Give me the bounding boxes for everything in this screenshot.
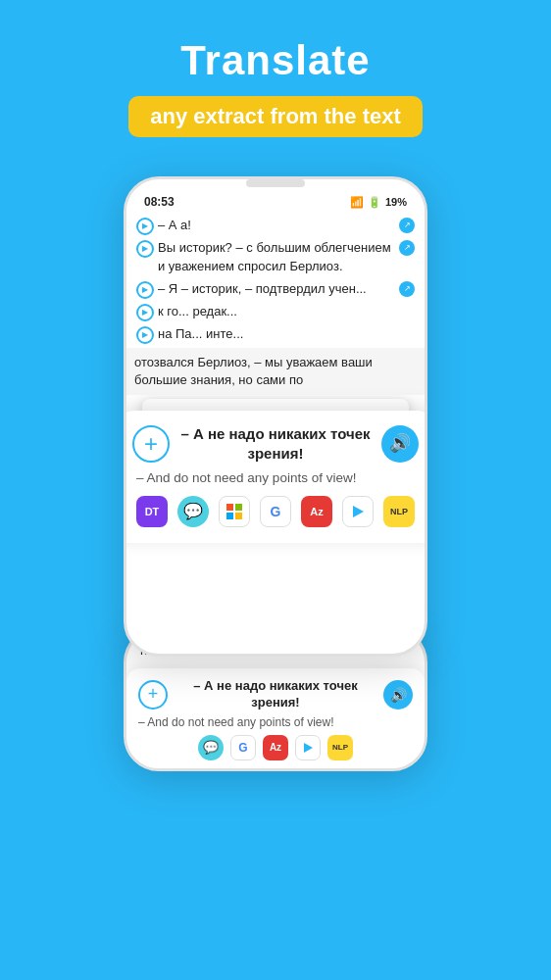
app-icon-small-az[interactable]: Az (263, 735, 288, 760)
svg-rect-3 (235, 513, 242, 519)
play-button-4[interactable]: ▶ (136, 304, 154, 321)
phone-frame: 08:53 📶 🔋 19% ▶ – А а! ↗ ▶ Вы историк? –… (124, 176, 427, 657)
app-icon-small-nlp[interactable]: NLP (327, 735, 353, 760)
app-icons-row: DT 💬 G Az NLP (132, 496, 419, 527)
app-icon-ms[interactable] (219, 496, 250, 527)
add-button-small[interactable]: + (138, 680, 168, 710)
reader-row: ▶ на Па... инте... (136, 325, 415, 344)
app-icon-nlp[interactable]: NLP (383, 496, 415, 527)
translate-icon-2[interactable]: ↗ (399, 240, 415, 256)
translated-text-ru: – А не надо никаких точек зрения! (179, 424, 372, 463)
phone-notch (246, 179, 305, 187)
play-button-5[interactable]: ▶ (136, 326, 154, 344)
reader-row: ▶ – Я – историк, – подтвердил учен... ↗ (136, 280, 415, 299)
translation-popup: + – А не надо никаких точек зрения! 🔊 – … (124, 411, 427, 543)
sound-button-small[interactable]: 🔊 (383, 680, 413, 710)
svg-marker-4 (353, 506, 364, 517)
app-icon-bubble[interactable]: 💬 (177, 496, 209, 527)
play-button-3[interactable]: ▶ (136, 281, 154, 299)
row-text-5: на Па... инте... (158, 325, 415, 344)
play-button-2[interactable]: ▶ (136, 240, 154, 258)
app-icon-small-bubble[interactable]: 💬 (198, 735, 224, 760)
add-button[interactable]: + (132, 425, 170, 463)
svg-rect-1 (235, 504, 242, 511)
play-button-1[interactable]: ▶ (136, 218, 154, 235)
reader-row: ▶ – А а! ↗ (136, 217, 415, 235)
bottom-panel-small-row: + – А не надо никаких точек зрения! 🔊 (138, 678, 413, 711)
overlay-text-content: отозвался Берлиоз, – мы уважаем ваши бол… (134, 355, 373, 387)
status-time: 08:53 (144, 195, 175, 209)
svg-marker-5 (304, 743, 313, 753)
translate-icon-3[interactable]: ↗ (399, 281, 415, 297)
translate-icon-1[interactable]: ↗ (399, 218, 415, 233)
header: Translate any extract from the text (0, 0, 551, 147)
app-icons-row-small: 💬 G Az NLP (138, 735, 413, 760)
svg-rect-2 (226, 513, 233, 519)
row-text-4: к го... редак... (158, 303, 415, 321)
svg-rect-0 (226, 504, 233, 511)
popup-top-row: + – А не надо никаких точек зрения! 🔊 (132, 424, 419, 463)
app-icon-google[interactable]: G (260, 496, 291, 527)
row-text-1: – А а! (158, 217, 395, 235)
reader-content: ▶ – А а! ↗ ▶ Вы историк? – с большим обл… (126, 211, 425, 533)
app-icon-az[interactable]: Az (301, 496, 332, 527)
app-icon-prompt[interactable] (342, 496, 374, 527)
app-icon-dt[interactable]: DT (136, 496, 168, 527)
sound-button[interactable]: 🔊 (381, 425, 419, 463)
status-bar: 08:53 📶 🔋 19% (126, 189, 425, 211)
reader-row: ▶ к го... редак... (136, 303, 415, 321)
app-icon-small-google[interactable]: G (230, 735, 256, 760)
subtitle-badge: any extract from the text (128, 96, 423, 137)
status-right: 📶 🔋 19% (350, 196, 407, 209)
battery-icon: 🔋 (368, 196, 381, 209)
pb-translated-ru: – А не надо никаких точек зрения! (175, 678, 376, 711)
battery-percent: 19% (385, 196, 407, 208)
bottom-panel-small: + – А не надо никаких точек зрения! 🔊 – … (126, 668, 425, 768)
app-icon-small-prompt[interactable] (295, 735, 321, 760)
row-text-2: Вы историк? – с большим облегчением и ув… (158, 239, 395, 276)
subtitle-text: any extract from the text (150, 104, 401, 128)
page-title: Translate (20, 37, 531, 84)
translated-text-en: – And do not need any points of view! (132, 468, 419, 488)
overlay-text: отозвался Берлиоз, – мы уважаем ваши бол… (126, 348, 425, 395)
pb-translated-en: – And do not need any points of view! (138, 715, 413, 729)
reader-row: ▶ Вы историк? – с большим облегчением и … (136, 239, 415, 276)
phone-mockup: 08:53 📶 🔋 19% ▶ – А а! ↗ ▶ Вы историк? –… (0, 176, 551, 657)
signal-icon: 📶 (350, 196, 364, 209)
row-text-3: – Я – историк, – подтвердил учен... (158, 280, 395, 299)
